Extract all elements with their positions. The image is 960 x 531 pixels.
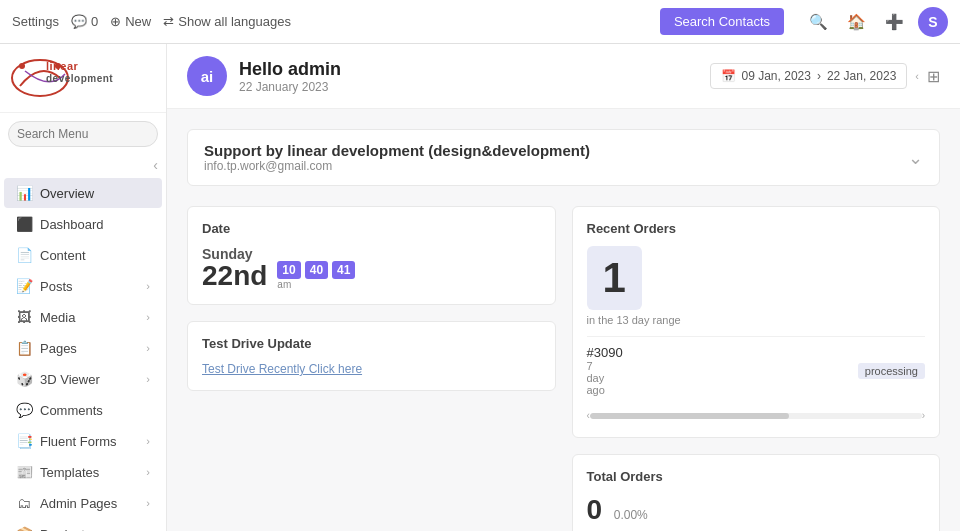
sidebar-item-products[interactable]: 📦 Products ›	[4, 519, 162, 531]
chevron-right-icon: ›	[146, 280, 150, 292]
sidebar-item-fluent-forms[interactable]: 📑 Fluent Forms ›	[4, 426, 162, 456]
language-icon: ⇄	[163, 14, 174, 29]
sidebar-item-content[interactable]: 📄 Content	[4, 240, 162, 270]
order-row: #3090 7 day ago processing	[587, 336, 926, 404]
recent-orders-title: Recent Orders	[587, 221, 926, 236]
order-status: processing	[858, 363, 925, 379]
company-expand-icon[interactable]: ⌄	[908, 147, 923, 169]
chat-count: 0	[91, 14, 98, 29]
user-avatar: ai	[187, 56, 227, 96]
sidebar-item-templates[interactable]: 📰 Templates ›	[4, 457, 162, 487]
layout: linear development ‹ 📊 Overview ⬛ Dashbo…	[0, 44, 960, 531]
sidebar-item-posts[interactable]: 📝 Posts ›	[4, 271, 162, 301]
hour-block: 10	[277, 261, 300, 279]
languages-label: Show all languages	[178, 14, 291, 29]
scroll-right-icon[interactable]: ›	[922, 410, 925, 421]
sidebar-search-area	[0, 113, 166, 155]
main-header: ai Hello admin 22 January 2023 📅 09 Jan,…	[167, 44, 960, 109]
sidebar-item-admin-pages[interactable]: 🗂 Admin Pages ›	[4, 488, 162, 518]
sidebar-item-media[interactable]: 🖼 Media ›	[4, 302, 162, 332]
company-name: Support by linear development (design&de…	[204, 142, 590, 159]
sidebar-item-label: Admin Pages	[40, 496, 138, 511]
sidebar-item-label: 3D Viewer	[40, 372, 138, 387]
grid-view-icon[interactable]: ⊞	[927, 67, 940, 86]
sidebar-item-3dviewer[interactable]: 🎲 3D Viewer ›	[4, 364, 162, 394]
date-card: Date Sunday 22nd 10 40 41	[187, 206, 556, 305]
scroll-controls: ‹ ›	[587, 410, 926, 421]
date-card-title: Date	[202, 221, 541, 236]
left-column: Date Sunday 22nd 10 40 41	[187, 206, 556, 531]
sidebar-item-comments[interactable]: 💬 Comments	[4, 395, 162, 425]
chat-icon: 💬	[71, 14, 87, 29]
collapse-icon: ‹	[153, 157, 158, 173]
calendar-icon: 📅	[721, 69, 736, 83]
total-orders-percentage: 0.00%	[614, 508, 648, 522]
cards-row: Date Sunday 22nd 10 40 41	[187, 206, 940, 531]
search-icon[interactable]: 🔍	[804, 8, 832, 36]
media-icon: 🖼	[16, 309, 32, 325]
new-button[interactable]: ⊕ New	[110, 14, 151, 29]
test-drive-card: Test Drive Update Test Drive Recently Cl…	[187, 321, 556, 391]
chevron-right-icon: ›	[146, 497, 150, 509]
total-orders-display: 0 0.00%	[587, 494, 926, 526]
am-pm-label: am	[277, 279, 355, 290]
main-content: Support by linear development (design&de…	[167, 109, 960, 531]
sidebar-item-label: Posts	[40, 279, 138, 294]
test-drive-link[interactable]: Test Drive Recently Click here	[202, 362, 362, 376]
sidebar-item-dashboard[interactable]: ⬛ Dashboard	[4, 209, 162, 239]
search-contacts-button[interactable]: Search Contacts	[660, 8, 784, 35]
add-icon[interactable]: ➕	[880, 8, 908, 36]
sidebar-item-label: Media	[40, 310, 138, 325]
orders-count: 1	[587, 246, 642, 310]
sidebar-item-pages[interactable]: 📋 Pages ›	[4, 333, 162, 363]
scroll-bar	[590, 413, 922, 419]
settings-link[interactable]: Settings	[12, 14, 59, 29]
order-details: #3090 7 day ago	[587, 345, 623, 396]
date-range-controls: 📅 09 Jan, 2023 › 22 Jan, 2023 ‹ ⊞	[710, 63, 940, 89]
order-time: 7 day ago	[587, 360, 623, 396]
sidebar-nav: 📊 Overview ⬛ Dashboard 📄 Content 📝 Posts…	[0, 177, 166, 531]
arrow-icon: ›	[817, 69, 821, 83]
time-blocks: 10 40 41	[277, 261, 355, 279]
topbar-right-actions: 🔍 🏠 ➕ S	[804, 7, 948, 37]
chevron-right-icon: ›	[146, 311, 150, 323]
sidebar-item-label: Products	[40, 527, 138, 532]
total-orders-title: Total Orders	[587, 469, 926, 484]
logo-line1: linear	[46, 60, 78, 72]
right-column: Recent Orders 1 in the 13 day range #309…	[572, 206, 941, 531]
company-section: Support by linear development (design&de…	[187, 129, 940, 186]
chevron-right-icon: ›	[146, 466, 150, 478]
user-details: Hello admin 22 January 2023	[239, 59, 341, 94]
comments-icon: 💬	[16, 402, 32, 418]
sidebar: linear development ‹ 📊 Overview ⬛ Dashbo…	[0, 44, 167, 531]
company-details: Support by linear development (design&de…	[204, 142, 590, 173]
date-start: 09 Jan, 2023	[742, 69, 811, 83]
sidebar-item-overview[interactable]: 📊 Overview	[4, 178, 162, 208]
sidebar-collapse-button[interactable]: ‹	[0, 155, 166, 177]
admin-pages-icon: 🗂	[16, 495, 32, 511]
posts-icon: 📝	[16, 278, 32, 294]
recent-orders-card: Recent Orders 1 in the 13 day range #309…	[572, 206, 941, 438]
fluent-forms-icon: 📑	[16, 433, 32, 449]
scroll-bar-thumb	[590, 413, 789, 419]
test-drive-title: Test Drive Update	[202, 336, 541, 351]
templates-icon: 📰	[16, 464, 32, 480]
sidebar-item-label: Comments	[40, 403, 150, 418]
chat-icon-area[interactable]: 💬 0	[71, 14, 98, 29]
sidebar-search-input[interactable]	[8, 121, 158, 147]
orders-scroll: ‹ ›	[587, 410, 926, 421]
orders-count-label: in the 13 day range	[587, 314, 926, 326]
user-avatar-topbar[interactable]: S	[918, 7, 948, 37]
prev-date-icon[interactable]: ‹	[915, 70, 919, 82]
date-range-picker[interactable]: 📅 09 Jan, 2023 › 22 Jan, 2023	[710, 63, 908, 89]
chevron-right-icon: ›	[146, 342, 150, 354]
time-display: 10 40 41 am	[277, 261, 355, 290]
sidebar-logo: linear development	[0, 44, 166, 113]
chevron-right-icon: ›	[146, 373, 150, 385]
logo-line2: development	[46, 73, 113, 84]
total-orders-count: 0	[587, 494, 603, 526]
sidebar-item-label: Overview	[40, 186, 150, 201]
home-icon[interactable]: 🏠	[842, 8, 870, 36]
date-end: 22 Jan, 2023	[827, 69, 896, 83]
languages-button[interactable]: ⇄ Show all languages	[163, 14, 291, 29]
